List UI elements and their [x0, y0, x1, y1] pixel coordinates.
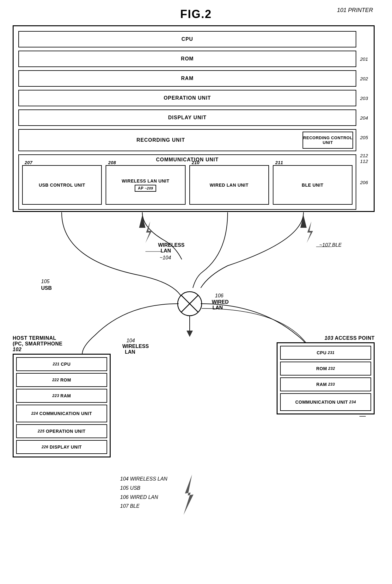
access-point-area: 103 ACCESS POINT CPU 231 ROM 232 RAM 233… [277, 335, 375, 414]
ap-rom-block: ROM 232 [280, 362, 371, 376]
svg-marker-17 [184, 475, 194, 515]
svg-marker-12 [145, 221, 152, 243]
svg-text:106: 106 [215, 293, 224, 298]
svg-line-10 [181, 295, 198, 312]
svg-point-8 [178, 292, 202, 316]
display-ref: 205 [360, 135, 368, 140]
cpu-ref: 201 [360, 56, 368, 62]
usb-label: USB CONTROL UNIT [39, 183, 85, 188]
comm-unit-outer: COMMUNICATION UNIT 207 USB CONTROL UNIT … [18, 154, 356, 210]
access-point-label: 103 ACCESS POINT [277, 335, 375, 341]
ap-ref: ~209 [145, 186, 153, 190]
host-cpu-block: 221 CPU [16, 357, 107, 371]
operation-label: OPERATION UNIT [164, 95, 211, 101]
ap-rom-label: ROM [316, 366, 327, 371]
cpu-label: CPU [181, 36, 193, 42]
host-ram-ref: 223 [52, 394, 59, 398]
printer-box: CPU 201 ROM 202 RAM 203 OPERATION UNIT 2… [13, 25, 375, 212]
ap-comm-block: COMMUNICATION UNIT 234 [280, 393, 371, 411]
svg-line-9 [181, 295, 198, 312]
rom-label: ROM [181, 56, 193, 62]
host-terminal-label: HOST TERMINAL (PC, SMARTPHONE 102 [13, 335, 111, 352]
ap-ram-ref: 233 [328, 382, 335, 387]
recording-control-box: RECORDING CONTROL UNIT [303, 132, 353, 149]
host-op-label: OPERATION UNIT [46, 429, 86, 434]
host-op-ref: 225 [38, 429, 45, 433]
ram-block: RAM [18, 70, 356, 87]
legend-line4: 107 BLE [120, 502, 167, 511]
host-terminal-box: 221 CPU 222 ROM 223 RAM 224 COMMUNICATIO… [13, 354, 111, 457]
ram-ref: 203 [360, 96, 368, 101]
ap-box: AP ~209 [135, 185, 156, 192]
ap-cpu-block: CPU 231 [280, 346, 371, 360]
figure-title: FIG.2 [0, 0, 392, 21]
access-point-box: CPU 231 ROM 232 RAM 233 COMMUNICATION UN… [277, 342, 375, 414]
svg-text:LAN: LAN [125, 349, 135, 355]
legend-line3: 106 WIRED LAN [120, 493, 167, 502]
comm-unit-ref: 206 [360, 180, 368, 185]
svg-text:USB: USB [41, 285, 52, 291]
svg-text:LAN: LAN [161, 248, 171, 253]
host-rom-block: 222 ROM [16, 373, 107, 387]
host-operation-block: 225 OPERATION UNIT [16, 424, 107, 438]
rom-ref: 202 [360, 76, 368, 81]
legend-line1: 104 WIRELESS LAN [120, 475, 167, 484]
bottom-legend: 104 WIRELESS LAN 105 USB 106 WIRED LAN 1… [120, 475, 167, 511]
ap-cpu-label: CPU [317, 350, 327, 355]
usb-control-unit: 207 USB CONTROL UNIT [22, 165, 102, 205]
wired-lan-label: WIRED LAN UNIT [210, 183, 248, 188]
host-disp-ref: 226 [41, 445, 48, 449]
diagram-container: 105 USB 106 WIRED LAN WIRELESS LAN ~104 … [0, 0, 392, 584]
cpu-block: CPU [18, 31, 356, 47]
host-display-block: 226 DISPLAY UNIT [16, 440, 107, 454]
host-rom-label: ROM [60, 377, 71, 382]
svg-text:WIRELESS: WIRELESS [122, 344, 149, 349]
wireless-lan-ref: 208 [108, 160, 116, 165]
svg-text:WIRED: WIRED [212, 299, 229, 305]
host-cpu-ref: 221 [53, 362, 60, 366]
svg-marker-11 [139, 215, 145, 228]
svg-text:105: 105 [41, 279, 50, 284]
svg-text:~104: ~104 [160, 255, 171, 260]
legend-line2: 105 USB [120, 484, 167, 493]
recording-unit-label: RECORDING UNIT [19, 137, 303, 143]
recording-control-label: RECORDING CONTROL UNIT [303, 135, 352, 145]
ram-label: RAM [181, 76, 193, 81]
wired-lan-unit: 210 WIRED LAN UNIT [189, 165, 269, 205]
host-ram-label: RAM [60, 393, 71, 398]
ble-unit: 211 BLE UNIT [273, 165, 352, 205]
operation-ref: 204 [360, 115, 368, 121]
host-cpu-label: CPU [61, 362, 70, 367]
host-terminal-area: HOST TERMINAL (PC, SMARTPHONE 102 221 CP… [13, 335, 111, 457]
svg-text:~107 BLE: ~107 BLE [319, 242, 342, 248]
svg-text:WIRELESS: WIRELESS [158, 242, 185, 248]
recording-ref: 212 [360, 153, 368, 158]
svg-text:LAN: LAN [212, 305, 223, 310]
recording-row: RECORDING UNIT RECORDING CONTROL UNIT [18, 129, 356, 151]
wired-lan-ref: 210 [192, 160, 200, 165]
svg-marker-16 [187, 331, 193, 337]
host-rom-ref: 222 [52, 378, 59, 382]
ble-ref: 211 [275, 160, 283, 165]
display-label: DISPLAY UNIT [168, 115, 206, 121]
ap-comm-ref: 234 [349, 400, 356, 404]
host-ram-block: 223 RAM [16, 389, 107, 403]
comm-units-row: 207 USB CONTROL UNIT 208 WIRELESS LAN UN… [19, 163, 356, 207]
operation-block: OPERATION UNIT [18, 90, 356, 106]
display-block: DISPLAY UNIT [18, 109, 356, 126]
usb-ref: 207 [25, 160, 33, 165]
ap-comm-label: COMMUNICATION UNIT [295, 400, 348, 405]
ap-ram-block: RAM 233 [280, 377, 371, 391]
ap-rom-ref: 232 [328, 366, 335, 371]
comm-unit-title: COMMUNICATION UNIT [19, 155, 356, 163]
wireless-lan-unit: 208 WIRELESS LAN UNIT AP ~209 [106, 165, 185, 205]
ap-cpu-ref: 231 [328, 351, 335, 355]
svg-text:104: 104 [126, 338, 135, 343]
svg-marker-14 [307, 221, 313, 243]
host-comm-block: 224 COMMUNICATION UNIT [16, 405, 107, 422]
host-disp-label: DISPLAY UNIT [50, 444, 82, 450]
ap-ram-label: RAM [316, 382, 327, 387]
recording-control-ref: 112 [360, 158, 368, 164]
wireless-lan-label: WIRELESS LAN UNIT [122, 178, 169, 183]
ble-label: BLE UNIT [302, 183, 324, 188]
